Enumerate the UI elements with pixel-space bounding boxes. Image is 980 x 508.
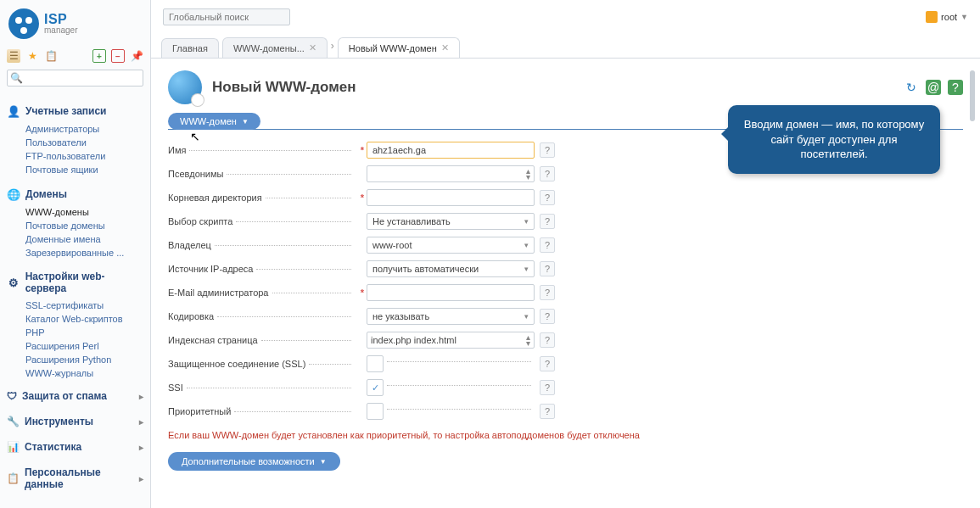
tab[interactable]: Новый WWW-домен✕ <box>338 37 460 58</box>
logo[interactable]: ISP manager <box>0 0 150 46</box>
hint-callout: Вводим домен — имя, по которому сайт буд… <box>728 105 940 174</box>
nav-group-web[interactable]: ⚙Настройки web-сервера <box>5 268 145 297</box>
priority-label: Приоритетный <box>168 406 231 416</box>
ipsrc-label: Источник IP-адреса <box>168 264 253 274</box>
form: Имя * ? Псевдонимы * ▴▾ ? Корневая дирек… <box>168 138 963 423</box>
script-select[interactable]: Не устанавливать▾ <box>367 213 535 230</box>
nav-group-personal[interactable]: 📋Персональные данные▸ <box>5 463 145 494</box>
index-input[interactable]: index.php index.html▴▾ <box>367 332 535 349</box>
required-mark: * <box>358 359 367 369</box>
tab[interactable]: WWW-домены...✕ <box>222 37 328 58</box>
tab-bar: ГлавнаяWWW-домены...✕›Новый WWW-домен✕ <box>151 34 980 58</box>
nav-item[interactable]: Пользователи <box>25 136 145 149</box>
nav-item[interactable]: Доменные имена <box>25 232 145 246</box>
global-search-input[interactable] <box>163 8 290 25</box>
web-icon: ⚙ <box>7 276 20 289</box>
sidebar-search-input[interactable] <box>7 70 143 87</box>
spinner-icon[interactable]: ▴▾ <box>526 168 530 180</box>
script-label: Выбор скрипта <box>168 216 232 226</box>
field-help-icon[interactable]: ? <box>540 356 555 371</box>
favorites-icon[interactable]: ★ <box>25 49 39 63</box>
priority-checkbox[interactable] <box>367 403 384 420</box>
nav-item[interactable]: Почтовые ящики <box>25 163 145 176</box>
caret-down-icon: ▾ <box>524 312 529 321</box>
required-mark: * <box>358 406 367 416</box>
nav-group-spam[interactable]: 🛡Защита от спама▸ <box>5 387 145 405</box>
breadcrumb-sep: › <box>331 40 334 52</box>
scrollbar[interactable] <box>970 70 975 508</box>
main-pane: root ▼ ГлавнаяWWW-домены...✕›Новый WWW-д… <box>151 0 980 508</box>
field-help-icon[interactable]: ? <box>540 404 555 419</box>
ssi-checkbox[interactable]: ✓ <box>367 379 384 396</box>
email-input[interactable] <box>367 284 535 301</box>
nav-group-tools[interactable]: 🔧Инструменты▸ <box>5 412 145 431</box>
spinner-icon[interactable]: ▴▾ <box>526 334 530 346</box>
ssl-checkbox[interactable] <box>367 355 384 372</box>
form-row-email: E-Mail администратора * ? <box>168 281 963 304</box>
field-help-icon[interactable]: ? <box>540 332 555 348</box>
stats-icon: 📊 <box>7 441 20 453</box>
nav-item[interactable]: Зарезервированные ... <box>25 246 145 260</box>
nav-item[interactable]: Администраторы <box>25 122 145 136</box>
expand-all-icon[interactable]: + <box>92 49 106 63</box>
caret-down-icon: ▼ <box>320 458 327 466</box>
charset-select[interactable]: не указывать▾ <box>367 308 535 325</box>
user-menu[interactable]: root ▼ <box>926 11 968 23</box>
form-row-index: Индексная страница * index.php index.htm… <box>168 328 963 352</box>
required-mark: * <box>358 287 367 298</box>
field-help-icon[interactable]: ? <box>540 237 555 253</box>
close-icon[interactable]: ✕ <box>309 42 316 53</box>
field-help-icon[interactable]: ? <box>540 285 555 300</box>
aliases-input[interactable]: ▴▾ <box>367 165 535 182</box>
close-icon[interactable]: ✕ <box>441 42 449 53</box>
docroot-input[interactable] <box>367 189 535 206</box>
field-help-icon[interactable]: ? <box>540 261 555 276</box>
owner-select[interactable]: www-root▾ <box>367 237 535 254</box>
pin-icon[interactable]: 📌 <box>130 49 143 63</box>
ipsrc-select[interactable]: получить автоматически▾ <box>367 260 535 277</box>
field-help-icon[interactable]: ? <box>540 309 555 324</box>
menu-icon[interactable]: ☰ <box>7 49 20 63</box>
form-row-ssl: Защищенное соединение (SSL) * ? <box>168 352 963 376</box>
personal-icon: 📋 <box>7 472 20 484</box>
collapse-all-icon[interactable]: − <box>111 49 125 63</box>
nav-item[interactable]: Каталог Web-скриптов <box>25 312 145 326</box>
nav-item[interactable]: WWW-журналы <box>25 366 145 380</box>
field-help-icon[interactable]: ? <box>540 190 555 205</box>
tab[interactable]: Главная <box>161 38 219 58</box>
name-label: Имя <box>168 145 186 155</box>
user-name: root <box>941 12 957 22</box>
user-icon <box>926 11 938 23</box>
nav-item[interactable]: FTP-пользователи <box>25 149 145 163</box>
help-icon[interactable]: ? <box>948 80 963 95</box>
search-icon: 🔍 <box>10 72 23 84</box>
nav-item[interactable]: Расширения Perl <box>25 339 145 353</box>
nav-item[interactable]: WWW-домены <box>25 205 145 219</box>
refresh-icon[interactable]: ↻ <box>904 80 919 95</box>
nav-group-stats[interactable]: 📊Статистика▸ <box>5 438 145 456</box>
caret-down-icon: ▾ <box>524 241 529 249</box>
section-toggle[interactable]: WWW-домен ▼ <box>168 113 260 130</box>
nav-item[interactable]: SSL-сертификаты <box>25 299 145 312</box>
field-help-icon[interactable]: ? <box>540 166 555 181</box>
field-help-icon[interactable]: ? <box>540 142 555 158</box>
required-mark: * <box>358 311 367 321</box>
name-input[interactable] <box>367 142 535 159</box>
clipboard-icon[interactable]: 📋 <box>44 49 58 63</box>
section-toggle-extra[interactable]: Дополнительные возможности ▼ <box>168 452 340 471</box>
logo-text-1: ISP <box>44 13 77 26</box>
nav-item[interactable]: Почтовые домены <box>25 219 145 232</box>
nav-item[interactable]: PHP <box>25 326 145 339</box>
chevron-right-icon: ▸ <box>139 443 143 452</box>
nav-group-domains[interactable]: 🌐Домены <box>5 185 145 204</box>
mail-icon[interactable]: @ <box>926 80 941 95</box>
nav-group-accounts[interactable]: 👤Учетные записи <box>5 102 145 120</box>
required-mark: * <box>358 145 367 155</box>
field-help-icon[interactable]: ? <box>540 214 555 229</box>
nav-item[interactable]: Расширения Python <box>25 353 145 366</box>
domains-icon: 🌐 <box>7 187 20 201</box>
logo-icon <box>8 8 39 39</box>
field-help-icon[interactable]: ? <box>540 380 555 395</box>
sidebar: ISP manager ☰ ★ 📋 + − 📌 🔍 👤Учетные запис… <box>0 0 151 508</box>
form-row-ssi: SSI * ✓ ? <box>168 376 963 399</box>
